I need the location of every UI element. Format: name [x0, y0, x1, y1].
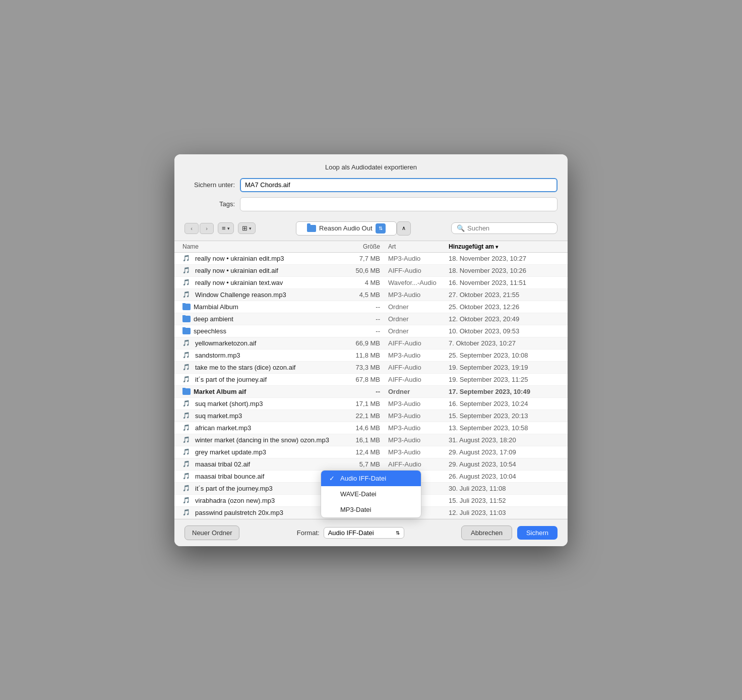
table-row[interactable]: 🎵 maasai tribal 02.aif 5,7 MB AIFF-Audio… [174, 458, 568, 471]
file-name: 🎵 really now • ukrainian edit.mp3 [182, 255, 338, 262]
file-size: 17,1 MB [338, 400, 388, 407]
file-name: 🎵 winter market (dancing in the snow) oz… [182, 436, 338, 444]
table-row[interactable]: 🎵 really now • ukrainian edit.mp3 7,7 MB… [174, 253, 568, 265]
file-icon: 🎵 [182, 436, 192, 443]
file-type: MP3-Audio [388, 255, 449, 262]
file-date: 25. Oktober 2023, 12:26 [449, 303, 560, 311]
list-view-button[interactable]: ≡ ▾ [218, 222, 234, 234]
audio-file-icon: 🎵 [182, 291, 190, 298]
file-type: Ordner [388, 388, 449, 395]
grid-view-button[interactable]: ⊞ ▾ [238, 222, 256, 234]
file-type: AIFF-Audio [388, 339, 449, 347]
format-row: Format: Audio IFF-Datei ⇅ [244, 527, 456, 539]
folder-icon [182, 316, 191, 322]
file-date: 12. Juli 2023, 11:03 [449, 509, 560, 516]
file-date: 10. Oktober 2023, 09:53 [449, 327, 560, 335]
audio-file-icon: 🎵 [182, 352, 190, 359]
dropdown-item[interactable]: WAVE-Datei [321, 486, 421, 502]
grid-view-icon: ⊞ [242, 224, 248, 232]
dropdown-item-label: MP3-Datei [340, 506, 371, 513]
file-date: 26. August 2023, 10:04 [449, 473, 560, 480]
file-type: MP3-Audio [388, 400, 449, 407]
dialog-title: Loop als Audiodatei exportieren [184, 163, 558, 171]
file-icon: 🎵 [182, 291, 192, 298]
file-date: 27. Oktober 2023, 21:55 [449, 291, 560, 299]
cancel-button[interactable]: Abbrechen [461, 526, 512, 540]
file-type: MP3-Audio [388, 412, 449, 420]
col-header-type: Art [388, 243, 449, 250]
file-size: 7,7 MB [338, 255, 388, 262]
file-type: MP3-Audio [388, 424, 449, 432]
file-icon: 🎵 [182, 352, 192, 359]
format-select[interactable]: Audio IFF-Datei ⇅ [324, 527, 404, 539]
table-row[interactable]: 🎵 winter market (dancing in the snow) oz… [174, 434, 568, 446]
file-icon: 🎵 [182, 255, 192, 262]
file-icon [182, 316, 191, 322]
col-header-size: Größe [338, 243, 388, 250]
dialog-header: Loop als Audiodatei exportieren Sichern … [174, 154, 568, 211]
file-date: 19. September 2023, 19:19 [449, 364, 560, 371]
location-container: Reason Audio Out ⇅ ∧ [260, 221, 447, 236]
dropdown-item[interactable]: ✓Audio IFF-Datei [321, 471, 421, 486]
file-date: 7. Oktober 2023, 10:27 [449, 339, 560, 347]
file-type: AIFF-Audio [388, 267, 449, 274]
filename-input[interactable] [240, 178, 558, 192]
new-folder-button[interactable]: Neuer Ordner [184, 526, 239, 540]
dropdown-item[interactable]: MP3-Datei [321, 502, 421, 517]
back-button[interactable]: ‹ [184, 223, 199, 234]
tags-label: Tags: [184, 200, 240, 208]
table-row[interactable]: Mambial Album -- Ordner 25. Oktober 2023… [174, 301, 568, 313]
table-row[interactable]: 🎵 suq market.mp3 22,1 MB MP3-Audio 15. S… [174, 410, 568, 422]
table-row[interactable]: deep ambient -- Ordner 12. Oktober 2023,… [174, 313, 568, 325]
format-value: Audio IFF-Datei [328, 529, 374, 537]
file-icon: 🎵 [182, 279, 192, 286]
forward-button[interactable]: › [200, 223, 214, 234]
audio-file-icon: 🎵 [182, 509, 190, 516]
file-date: 19. September 2023, 11:25 [449, 376, 560, 383]
file-name: 🎵 passwind paulstretch 20x.mp3 [182, 509, 338, 516]
file-size: 16,1 MB [338, 436, 388, 444]
table-row[interactable]: 🎵 it´s part of the journey.aif 67,8 MB A… [174, 374, 568, 386]
col-header-name: Name [182, 243, 338, 250]
table-row[interactable]: 🎵 african market.mp3 14,6 MB MP3-Audio 1… [174, 422, 568, 434]
file-icon: 🎵 [182, 376, 192, 383]
location-name: Reason Audio Out [319, 224, 373, 232]
file-size: -- [338, 315, 388, 323]
table-row[interactable]: Market Album aif -- Ordner 17. September… [174, 386, 568, 398]
audio-file-icon: 🎵 [182, 412, 190, 419]
table-row[interactable]: 🎵 sandstorm.mp3 11,8 MB MP3-Audio 25. Se… [174, 349, 568, 362]
audio-file-icon: 🎵 [182, 339, 190, 346]
audio-file-icon: 🎵 [182, 473, 190, 480]
table-row[interactable]: speechless -- Ordner 10. Oktober 2023, 0… [174, 325, 568, 337]
file-date: 16. September 2023, 10:24 [449, 400, 560, 407]
chevron-up-button[interactable]: ∧ [397, 221, 411, 236]
table-row[interactable]: 🎵 grey market update.mp3 12,4 MB MP3-Aud… [174, 446, 568, 458]
table-row[interactable]: 🎵 really now • ukrainian edit.aif 50,6 M… [174, 265, 568, 277]
table-row[interactable]: 🎵 take me to the stars (dice) ozon.aif 7… [174, 362, 568, 374]
file-type: MP3-Audio [388, 436, 449, 444]
file-name: 🎵 maasai tribal bounce.aif [182, 473, 338, 480]
file-name: 🎵 take me to the stars (dice) ozon.aif [182, 364, 338, 371]
file-icon: 🎵 [182, 497, 192, 504]
file-size: 11,8 MB [338, 352, 388, 359]
audio-file-icon: 🎵 [182, 497, 190, 504]
dialog-footer: Neuer Ordner Format: Audio IFF-Datei ⇅ A… [174, 519, 568, 546]
search-input[interactable] [467, 224, 552, 232]
tags-input[interactable] [240, 197, 558, 211]
file-size: 14,6 MB [338, 424, 388, 432]
col-header-date[interactable]: Hinzugefügt am ▾ [449, 243, 560, 250]
file-size: -- [338, 327, 388, 335]
check-mark: ✓ [329, 475, 336, 482]
location-button[interactable]: Reason Audio Out ⇅ [296, 221, 397, 236]
search-box: 🔍 [451, 222, 558, 234]
file-date: 25. September 2023, 10:08 [449, 352, 560, 359]
file-type: Wavefor...-Audio [388, 279, 449, 286]
table-row[interactable]: 🎵 yellowmarketozon.aif 66,9 MB AIFF-Audi… [174, 337, 568, 349]
search-icon: 🔍 [457, 224, 465, 232]
save-button[interactable]: Sichern [517, 526, 558, 540]
table-row[interactable]: 🎵 Window Challenge reason.mp3 4,5 MB MP3… [174, 289, 568, 301]
table-row[interactable]: 🎵 really now • ukrainian text.wav 4 MB W… [174, 277, 568, 289]
file-size: 73,3 MB [338, 364, 388, 371]
file-size: -- [338, 388, 388, 395]
table-row[interactable]: 🎵 suq market (short).mp3 17,1 MB MP3-Aud… [174, 398, 568, 410]
